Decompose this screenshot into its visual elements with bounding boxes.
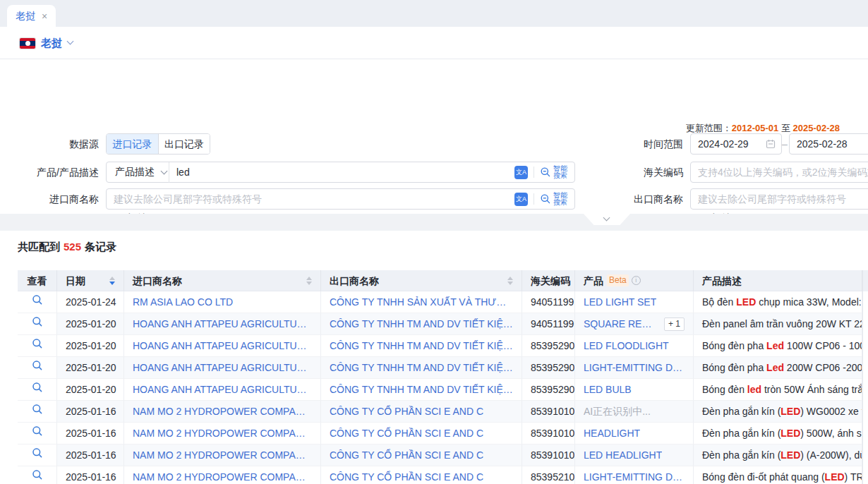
summary-count: 525 (64, 241, 81, 253)
exporter-link[interactable]: CÔNG TY TNHH TM AND DV TIẾT KIỆM NĂ... (330, 379, 513, 400)
date-cell: 2025-01-16 (57, 444, 124, 466)
smart-search-button[interactable]: 智能搜索 (540, 192, 567, 206)
datasource-segmented: 进口记录 出口记录 (106, 133, 210, 155)
description-text: 100W CP06 - 100... (784, 335, 862, 356)
exporter-link[interactable]: CÔNG TY CỔ PHẦN SCI E AND C (330, 401, 483, 422)
importer-name-input[interactable] (107, 189, 514, 209)
importer-link[interactable]: NAM MO 2 HYDROPOWER COMPANY LIMI... (133, 423, 312, 444)
column-header-2[interactable]: 日期 (57, 270, 124, 291)
table-row: 2025-01-16NAM MO 2 HYDROPOWER COMPANY LI… (18, 444, 862, 466)
sort-carets[interactable] (306, 277, 312, 285)
product-ai-status: AI正在识别中... (584, 401, 651, 422)
exporter-link[interactable]: CÔNG TY TNHH TM AND DV TIẾT KIỆM NĂ... (330, 335, 513, 356)
product-link[interactable]: LED LIGHT SET (584, 291, 656, 313)
time-range-label: 时间范围 (598, 133, 683, 155)
magnifier-icon (32, 447, 43, 459)
exporter-link[interactable]: CÔNG TY TNHH SẢN XUẤT VÀ THƯƠNG M... (330, 291, 513, 313)
translate-icon[interactable]: 文A (514, 166, 528, 179)
importer-link[interactable]: HOANG ANH ATTAPEU AGRICULTURE DEVE... (133, 379, 312, 400)
importer-cell: HOANG ANH ATTAPEU AGRICULTURE DEVE... (124, 335, 321, 357)
date-cell: 2025-01-16 (57, 466, 124, 484)
date-to-input[interactable] (790, 138, 868, 150)
tab-import-records[interactable]: 进口记录 (107, 134, 158, 154)
importer-cell: NAM MO 2 HYDROPOWER COMPANY LIMI... (124, 401, 321, 423)
column-label: 进口商名称 (133, 270, 182, 291)
tab-laos[interactable]: 老挝 × (7, 5, 56, 27)
column-header-4[interactable]: 出口商名称 (321, 270, 522, 291)
collapse-handle[interactable] (584, 214, 630, 225)
product-keyword-input[interactable] (169, 162, 514, 182)
column-label: 出口商名称 (330, 270, 379, 291)
product-link[interactable]: LIGHT-EMITTING DIO... (584, 357, 685, 378)
view-details-button[interactable] (32, 444, 43, 466)
exporter-name-input[interactable] (691, 189, 868, 209)
table-row: 2025-01-20HOANG ANH ATTAPEU AGRICULTURE … (18, 335, 862, 357)
importer-link[interactable]: NAM MO 2 HYDROPOWER COMPANY LIMI... (133, 401, 312, 422)
description-cell: Bóng đèn led tròn 50W Ánh sáng trắ... (694, 379, 862, 401)
info-icon[interactable]: i (632, 276, 641, 285)
caret-up-icon (109, 277, 115, 280)
product-link[interactable]: SQUARE RECESS... (584, 313, 658, 334)
importer-link[interactable]: HOANG ANH ATTAPEU AGRICULTURE DEVE... (133, 313, 312, 334)
view-cell (18, 444, 57, 466)
importer-link[interactable]: HOANG ANH ATTAPEU AGRICULTURE DEVE... (133, 335, 312, 356)
date-cell: 2025-01-20 (57, 379, 124, 401)
view-details-button[interactable] (32, 466, 43, 484)
product-link[interactable]: HEADLIGHT (584, 423, 640, 444)
table-row: 2025-01-16NAM MO 2 HYDROPOWER COMPANY LI… (18, 401, 862, 423)
panel-gap (0, 214, 868, 231)
view-details-button[interactable] (32, 423, 43, 444)
more-products-badge[interactable]: + 1 (664, 317, 685, 331)
importer-link[interactable]: NAM MO 2 HYDROPOWER COMPANY LIMI... (133, 466, 312, 484)
exporter-link[interactable]: CÔNG TY CỔ PHẦN SCI E AND C (330, 423, 483, 444)
tab-export-records[interactable]: 出口记录 (158, 134, 210, 154)
column-header-1: 查看 (18, 270, 57, 291)
product-link[interactable]: LED HEADLIGHT (584, 444, 662, 466)
table-row: 2025-01-20HOANG ANH ATTAPEU AGRICULTURE … (18, 379, 862, 401)
results-summary: 共匹配到525条记录 (18, 241, 116, 254)
exporter-link[interactable]: CÔNG TY CỔ PHẦN SCI E AND C (330, 466, 483, 484)
update-range-to: 2025-02-28 (793, 123, 840, 133)
view-details-button[interactable] (32, 379, 43, 400)
chevron-down-icon[interactable] (67, 38, 74, 45)
importer-cell: NAM MO 2 HYDROPOWER COMPANY LIMI... (124, 423, 321, 444)
description-cell: Bóng đèn pha Led 200W CP06 -200... (694, 357, 862, 379)
date-from-input[interactable] (691, 138, 766, 150)
description-text: Bóng đèn pha (702, 335, 766, 356)
column-header-3[interactable]: 进口商名称 (124, 270, 321, 291)
view-details-button[interactable] (32, 357, 43, 378)
view-details-button[interactable] (32, 335, 43, 356)
description-cell: Đèn pha gắn kín (LED) WG0002 xe tô... (694, 401, 862, 423)
importer-link[interactable]: NAM MO 2 HYDROPOWER COMPANY LIMI... (133, 444, 312, 466)
description-cell: Bộ đèn LED chụp mica 33W, Model: P... (694, 291, 862, 313)
date-from-box (690, 133, 782, 155)
product-link[interactable]: LED FLOODLIGHT (584, 335, 669, 356)
trade-data-page: 老挝 × 老挝 更新范围：2012-05-01 至 2025-02-28 数据源… (0, 0, 868, 484)
sort-carets[interactable] (507, 277, 513, 285)
description-text: Bóng đèn (702, 379, 747, 400)
exporter-link[interactable]: CÔNG TY CỔ PHẦN SCI E AND C (330, 444, 483, 466)
table-scrollbar-gutter[interactable] (862, 270, 868, 484)
tab-close-icon[interactable]: × (42, 11, 47, 21)
view-details-button[interactable] (32, 401, 43, 422)
importer-link[interactable]: HOANG ANH ATTAPEU AGRICULTURE DEVE... (133, 357, 312, 378)
column-label: 产品描述 (702, 270, 742, 291)
sort-carets[interactable] (109, 277, 115, 285)
hs-code-input[interactable] (691, 162, 868, 182)
exporter-link[interactable]: CÔNG TY TNHH TM AND DV TIẾT KIỆM NĂ... (330, 313, 513, 334)
product-field-select[interactable]: 产品描述 (107, 166, 169, 179)
country-selector[interactable]: 老挝 (41, 27, 62, 59)
table-row: 2025-01-16NAM MO 2 HYDROPOWER COMPANY LI… (18, 423, 862, 444)
product-select-value: 产品描述 (115, 166, 155, 179)
product-link[interactable]: LIGHT-EMITTING DIO... (584, 466, 685, 484)
importer-link[interactable]: RM ASIA LAO CO LTD (133, 291, 233, 313)
view-details-button[interactable] (32, 313, 43, 334)
calendar-icon[interactable] (766, 139, 776, 149)
exporter-cell: CÔNG TY TNHH SẢN XUẤT VÀ THƯƠNG M... (321, 291, 522, 313)
exporter-link[interactable]: CÔNG TY TNHH TM AND DV TIẾT KIỆM NĂ... (330, 357, 513, 378)
view-details-button[interactable] (32, 291, 43, 313)
product-link[interactable]: LED BULB (584, 379, 632, 400)
translate-icon[interactable]: 文A (514, 193, 528, 206)
smart-search-button[interactable]: 智能搜索 (540, 165, 567, 179)
importer-cell: HOANG ANH ATTAPEU AGRICULTURE DEVE... (124, 379, 321, 401)
